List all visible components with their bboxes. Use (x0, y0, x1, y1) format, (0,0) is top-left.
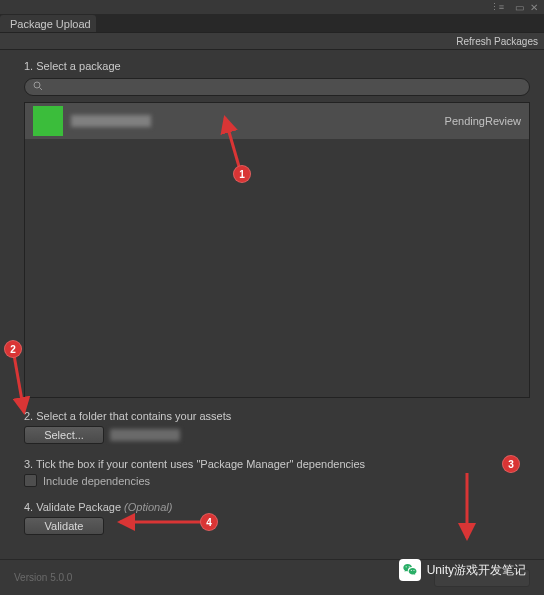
version-label: Version 5.0.0 (14, 572, 72, 583)
menu-icon[interactable]: ⋮≡ (490, 2, 504, 12)
tab-package-upload[interactable]: Package Upload (0, 15, 96, 32)
window-controls: ▭ ✕ (515, 2, 538, 13)
step3-label: 3. Tick the box if your content uses "Pa… (24, 458, 530, 470)
annotation-badge-4: 4 (200, 513, 218, 531)
package-row[interactable]: PendingReview (25, 103, 529, 139)
annotation-badge-2: 2 (4, 340, 22, 358)
svg-point-0 (34, 82, 40, 88)
step1-label: 1. Select a package (24, 60, 530, 72)
tab-bar: Package Upload (0, 14, 544, 32)
select-folder-button[interactable]: Select... (24, 426, 104, 444)
search-icon (33, 81, 43, 93)
package-status: PendingReview (445, 115, 521, 127)
dock-icon[interactable]: ▭ (515, 2, 524, 13)
search-input[interactable] (47, 81, 521, 93)
refresh-packages-button[interactable]: Refresh Packages (456, 36, 538, 47)
search-field[interactable] (24, 78, 530, 96)
include-dependencies-checkbox[interactable] (24, 474, 37, 487)
package-thumbnail (33, 106, 63, 136)
toolbar: Refresh Packages (0, 32, 544, 50)
close-icon[interactable]: ✕ (530, 2, 538, 13)
svg-line-1 (40, 88, 43, 91)
step2-label: 2. Select a folder that contains your as… (24, 410, 530, 422)
step4-label: 4. Validate Package (Optional) (24, 501, 530, 513)
validate-button[interactable]: Validate (24, 517, 104, 535)
annotation-badge-3: 3 (502, 455, 520, 473)
annotation-badge-1: 1 (233, 165, 251, 183)
watermark: Unity游戏开发笔记 (399, 559, 526, 581)
wechat-icon (399, 559, 421, 581)
package-list: PendingReview (24, 102, 530, 398)
include-dependencies-label: Include dependencies (43, 475, 150, 487)
package-name-redacted (71, 115, 151, 127)
watermark-text: Unity游戏开发笔记 (427, 562, 526, 579)
folder-path-redacted (110, 429, 180, 441)
